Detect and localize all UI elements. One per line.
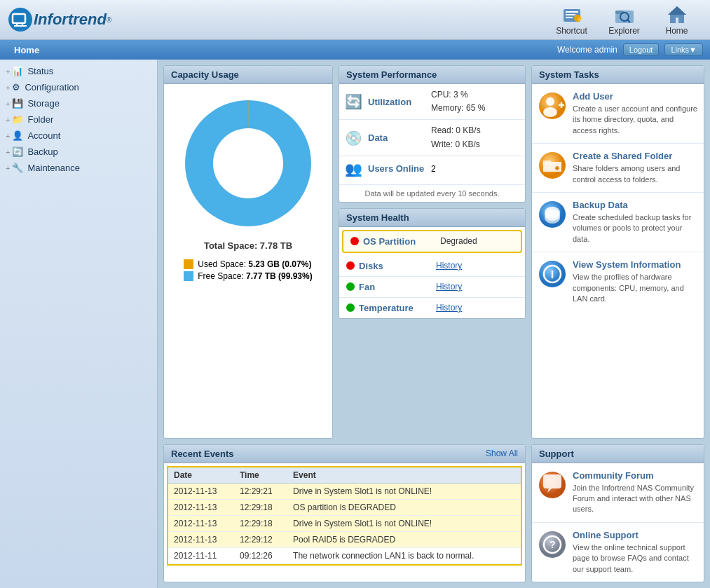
explorer-label: Explorer (608, 26, 640, 36)
home-label: Home (665, 26, 688, 36)
sidebar-item-backup[interactable]: + 🔄 Backup (0, 144, 157, 160)
add-user-title: Add User (573, 91, 698, 102)
add-user-icon (538, 91, 567, 121)
sidebar-label-storage: Storage (27, 98, 60, 109)
sidebar-item-configuration[interactable]: + ⚙ Configuration (0, 79, 157, 95)
col-event: Event (287, 467, 521, 484)
top-icons: ⚡ Shortcut Explorer Home (545, 0, 703, 39)
sidebar-label-account: Account (27, 130, 60, 141)
data-row: 💿 Data Read: 0 KB/s Write: 0 KB/s (339, 120, 525, 156)
community-forum-item[interactable]: Community Forum Join the Infortrend NAS … (532, 463, 704, 523)
events-title: Recent Events (171, 449, 234, 459)
middle-col: System Performance 🔄 Utilization CPU: 3 … (339, 65, 526, 439)
online-support-item[interactable]: ? Online Support View the online technic… (532, 523, 704, 582)
nav-right: Welcome admin Logout Links▼ (557, 43, 703, 56)
maintenance-icon: 🔧 (12, 163, 23, 173)
col-date: Date (168, 467, 234, 484)
temp-history-link[interactable]: History (436, 303, 462, 313)
events-panel: Recent Events Show All Date Time Event (163, 444, 526, 582)
expand-icon: + (6, 67, 10, 76)
explorer-button[interactable]: Explorer (598, 0, 650, 39)
users-icon: 👥 (345, 160, 362, 177)
community-text: Community Forum Join the Infortrend NAS … (573, 470, 698, 515)
logo-text: Infortrend (34, 11, 107, 29)
sidebar-item-status[interactable]: + 📊 Status (0, 63, 157, 79)
fan-history-link[interactable]: History (436, 282, 462, 292)
sysinfo-task[interactable]: View System Information View the profile… (532, 252, 704, 311)
data-values: Read: 0 KB/s Write: 0 KB/s (431, 124, 481, 151)
used-space-value: 5.23 GB (0.07%) (248, 259, 311, 269)
backup-icon: 🔄 (12, 146, 23, 157)
disks-history-link[interactable]: History (436, 261, 462, 271)
welcome-text: Welcome admin (557, 45, 617, 55)
utilization-values: CPU: 3 % Memory: 65 % (431, 88, 485, 115)
sidebar: + 📊 Status + ⚙ Configuration + 💾 Storage… (0, 60, 158, 588)
svg-rect-8 (566, 17, 573, 18)
table-row: 2012-11-1312:29:18Drive in System Slot1 … (168, 515, 521, 531)
add-user-task[interactable]: Add User Create a user account and confi… (532, 84, 704, 144)
sidebar-item-storage[interactable]: + 💾 Storage (0, 95, 157, 111)
memory-value: Memory: 65 % (431, 102, 485, 115)
table-row: 2012-11-1312:29:18OS partition is DEGRAD… (168, 499, 521, 515)
sidebar-item-folder[interactable]: + 📁 Folder (0, 111, 157, 128)
backup-task[interactable]: Backup Data Create scheduled backup task… (532, 193, 704, 252)
topbar: Infortrend ® ⚡ Shortcut Explorer (0, 0, 710, 40)
sidebar-label-status: Status (27, 66, 53, 76)
status-icon: 📊 (12, 66, 23, 76)
cpu-value: CPU: 3 % (431, 88, 485, 102)
health-row-disks: Disks History (339, 256, 525, 277)
sidebar-item-account[interactable]: + 👤 Account (0, 128, 157, 144)
sidebar-item-maintenance[interactable]: + 🔧 Maintenance (0, 160, 157, 176)
nav-home-label[interactable]: Home (7, 45, 46, 55)
health-panel: System Health OS Partition Degraded Disk… (339, 208, 526, 319)
os-status-dot (350, 237, 359, 245)
logout-button[interactable]: Logout (623, 43, 660, 56)
show-all-link[interactable]: Show All (486, 449, 518, 458)
sysinfo-text: View System Information View the profile… (573, 259, 698, 304)
add-user-desc: Create a user account and configure its … (573, 104, 698, 136)
navbar: Home Welcome admin Logout Links▼ (0, 40, 710, 60)
data-label: Data (368, 132, 431, 143)
svg-text:⚡: ⚡ (575, 15, 582, 22)
top-row: Capacity Usage Total Space: 7.78 TB (163, 65, 704, 439)
create-folder-title: Create a Shared Folder (573, 151, 698, 161)
write-value: Write: 0 KB/s (431, 138, 481, 151)
data-icon: 💿 (345, 130, 362, 146)
shortcut-icon: ⚡ (561, 4, 583, 26)
total-space: Total Space: 7.78 TB (204, 240, 292, 251)
free-space-value: 7.77 TB (99.93%) (246, 271, 313, 281)
create-folder-task[interactable]: Create a Shared Folder Share folders amo… (532, 144, 704, 193)
svg-marker-16 (668, 6, 686, 15)
table-row: 2012-11-1109:12:26The network connection… (168, 547, 521, 563)
backup-desc: Create scheduled backup tasks for volume… (573, 212, 698, 245)
create-folder-desc: Share folders among users and control ac… (573, 163, 698, 185)
online-support-title: Online Support (573, 530, 698, 540)
home-button[interactable]: Home (650, 0, 703, 39)
expand-icon: + (6, 116, 10, 124)
expand-icon: + (6, 83, 10, 92)
links-button[interactable]: Links▼ (664, 43, 703, 56)
tasks-panel: System Tasks Add User Create a user acco… (531, 65, 704, 439)
svg-point-21 (543, 107, 557, 117)
used-color-box (184, 259, 193, 269)
performance-body: 🔄 Utilization CPU: 3 % Memory: 65 % 💿 Da… (339, 84, 525, 202)
support-header: Support (532, 445, 704, 463)
logo: Infortrend ® (7, 6, 111, 33)
health-row-os: OS Partition Degraded (342, 230, 522, 253)
col-time: Time (234, 467, 287, 484)
events-header: Recent Events Show All (164, 445, 525, 463)
disks-status-dot (346, 261, 355, 270)
svg-text:?: ? (549, 539, 556, 550)
health-header: System Health (339, 209, 525, 227)
expand-icon: + (6, 164, 10, 172)
sysinfo-title: View System Information (573, 259, 698, 270)
svg-point-20 (546, 97, 554, 106)
capacity-panel: Capacity Usage Total Space: 7.78 TB (163, 65, 333, 439)
shortcut-button[interactable]: ⚡ Shortcut (545, 0, 598, 39)
expand-icon: + (6, 148, 10, 156)
online-support-text: Online Support View the online technical… (573, 530, 698, 575)
sysinfo-desc: View the profiles of hardware components… (573, 272, 698, 304)
performance-header: System Performance (339, 66, 525, 84)
svg-point-18 (213, 128, 283, 198)
utilization-row: 🔄 Utilization CPU: 3 % Memory: 65 % (339, 84, 525, 120)
